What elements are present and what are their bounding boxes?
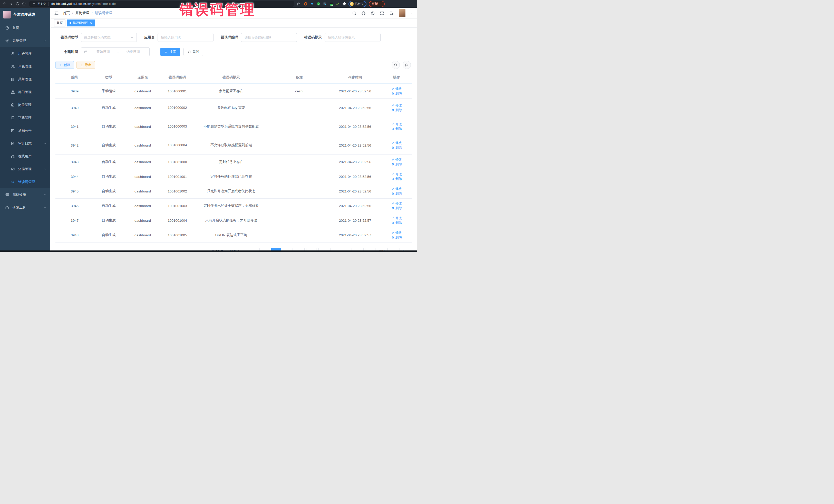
- delete-link[interactable]: 删除: [391, 177, 402, 181]
- delete-link[interactable]: 删除: [391, 206, 402, 211]
- delete-link[interactable]: 删除: [391, 127, 402, 131]
- sidebar-item-首页[interactable]: 首页: [0, 22, 50, 35]
- error-code-table: 编号类型应用名错误码编码错误码提示备注创建时间操作 3939手动编辑dashbo…: [56, 72, 412, 242]
- github-icon[interactable]: [361, 11, 366, 15]
- page-button[interactable]: 6: [330, 248, 340, 250]
- fullscreen-icon[interactable]: [380, 11, 384, 15]
- sidebar-item-岗位管理[interactable]: 岗位管理: [0, 98, 50, 111]
- edit-link[interactable]: 修改: [391, 86, 402, 91]
- search-icon[interactable]: [352, 11, 356, 15]
- edit-link[interactable]: 修改: [391, 140, 402, 145]
- message-cell: 定时任务的处理器已经存在: [193, 169, 270, 184]
- page-button[interactable]: 3: [295, 248, 305, 250]
- sidebar-item-研发工具[interactable]: 研发工具: [0, 201, 50, 214]
- reload-icon[interactable]: [15, 2, 20, 6]
- address-bar[interactable]: 不安全 dashboard.yudao.iocoder.cn/system/er…: [29, 1, 294, 7]
- page-size-select[interactable]: 10条/页: [227, 248, 256, 250]
- sidebar-item-用户管理[interactable]: 用户管理: [0, 47, 50, 60]
- edit-link[interactable]: 修改: [391, 103, 402, 108]
- export-button[interactable]: 导出: [76, 61, 95, 69]
- user-avatar[interactable]: [399, 9, 405, 17]
- ext-list-icon[interactable]: on: [329, 2, 333, 6]
- sidebar-item-角色管理[interactable]: 角色管理: [0, 60, 50, 73]
- ext-grid-icon[interactable]: [323, 2, 327, 6]
- sidebar-item-审计日志[interactable]: 审计日志: [0, 137, 50, 150]
- more-pages-button[interactable]: ···: [342, 248, 352, 250]
- next-page-button[interactable]: [366, 248, 375, 250]
- page-button[interactable]: 4: [307, 248, 316, 250]
- home-icon[interactable]: [22, 2, 26, 6]
- goto-page-input[interactable]: [388, 248, 400, 250]
- edit-link[interactable]: 修改: [391, 201, 402, 206]
- filter-input[interactable]: [244, 36, 294, 40]
- id-cell: 3944: [56, 169, 94, 184]
- sidebar-item-字典管理[interactable]: 字典管理: [0, 111, 50, 124]
- bookmark-star-icon[interactable]: [297, 2, 300, 6]
- sidebar-item-错误码管理[interactable]: 错误码管理: [0, 176, 50, 188]
- edit-link[interactable]: 修改: [391, 187, 402, 191]
- caret-down-icon[interactable]: [410, 12, 413, 15]
- tab-active[interactable]: 错误码管理: [67, 20, 95, 26]
- delete-link[interactable]: 删除: [391, 191, 402, 196]
- forward-arrow-icon[interactable]: [9, 2, 13, 6]
- edit-link[interactable]: 修改: [391, 172, 402, 177]
- sidebar-item-通知公告[interactable]: 通知公告: [0, 124, 50, 137]
- breadcrumb-item[interactable]: 首页: [63, 11, 70, 15]
- delete-link[interactable]: 删除: [391, 108, 402, 112]
- refresh-table-button[interactable]: [403, 61, 411, 69]
- ext-on-badge: on: [330, 4, 333, 6]
- error-code-type-select[interactable]: 请选择错误码类型: [81, 33, 137, 42]
- page-button[interactable]: 2: [283, 248, 293, 250]
- delete-link[interactable]: 删除: [391, 235, 402, 240]
- sidebar-item-label: 错误码管理: [18, 180, 35, 184]
- add-button[interactable]: 新增: [56, 61, 74, 69]
- edit-link[interactable]: 修改: [391, 157, 402, 162]
- sidebar-item-在线用户[interactable]: 在线用户: [0, 150, 50, 163]
- actions-cell: 修改删除: [381, 169, 412, 184]
- page-button[interactable]: 5: [319, 248, 328, 250]
- ext-green-check-icon[interactable]: [316, 2, 321, 6]
- search-button[interactable]: 搜索: [160, 48, 180, 56]
- hamburger-icon[interactable]: [54, 11, 59, 15]
- reset-button[interactable]: 重置: [183, 48, 203, 56]
- filter-input[interactable]: [161, 36, 211, 40]
- sidebar-item-系统管理[interactable]: 系统管理: [0, 35, 50, 47]
- page-button[interactable]: 1: [271, 248, 281, 250]
- ext-key-icon[interactable]: [336, 2, 340, 6]
- delete-link[interactable]: 删除: [391, 91, 402, 96]
- edit-link[interactable]: 修改: [391, 231, 402, 235]
- delete-link[interactable]: 删除: [391, 145, 402, 150]
- sidebar-item-短信管理[interactable]: 短信管理: [0, 163, 50, 176]
- close-icon[interactable]: [90, 22, 92, 24]
- filter-label: 应用名: [144, 35, 155, 40]
- breadcrumb-item[interactable]: 系统管理: [75, 11, 89, 15]
- prev-page-button[interactable]: [259, 248, 269, 250]
- filter-input[interactable]: [328, 36, 377, 40]
- delete-link[interactable]: 删除: [391, 220, 402, 225]
- sidebar-item-label: 基础设施: [13, 193, 26, 197]
- profile-paused-badge[interactable]: 已暂停: [349, 1, 367, 7]
- actions-cell: 修改删除: [381, 155, 412, 169]
- time-cell: 2021-04-20 23:52:56: [329, 199, 381, 213]
- tab-item[interactable]: 首页: [54, 20, 65, 26]
- delete-link[interactable]: 删除: [391, 162, 402, 167]
- more-vert-icon[interactable]: [379, 2, 382, 6]
- browser-update-button[interactable]: 更新: [369, 1, 385, 7]
- app-logo-row[interactable]: 芋道管理系统: [0, 8, 50, 22]
- ext-orange-ring-icon[interactable]: [304, 2, 308, 6]
- page-button[interactable]: 8: [354, 248, 364, 250]
- time-cell: 2021-04-20 23:52:56: [329, 155, 381, 169]
- sidebar-item-菜单管理[interactable]: 菜单管理: [0, 73, 50, 86]
- edit-link[interactable]: 修改: [391, 216, 402, 220]
- edit-label: 修改: [395, 86, 402, 91]
- ext-puzzle-icon[interactable]: [342, 2, 346, 6]
- toggle-search-button[interactable]: [392, 61, 400, 69]
- edit-link[interactable]: 修改: [391, 122, 402, 127]
- sidebar-item-部门管理[interactable]: 部门管理: [0, 86, 50, 98]
- date-range-picker[interactable]: 开始日期 - 结束日期: [81, 47, 150, 56]
- help-icon[interactable]: [371, 11, 375, 15]
- back-arrow-icon[interactable]: [3, 2, 7, 6]
- ext-gem-icon[interactable]: [310, 2, 314, 6]
- font-size-icon[interactable]: [389, 11, 394, 16]
- sidebar-item-基础设施[interactable]: 基础设施: [0, 188, 50, 201]
